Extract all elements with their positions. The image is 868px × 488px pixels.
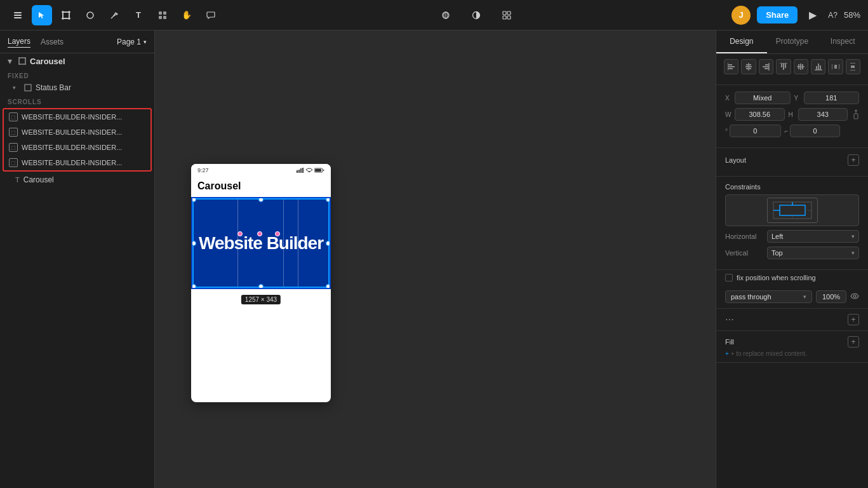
align-left-btn[interactable]: [724, 59, 738, 74]
layer-item-label-3: WEBSITE-BUILDER-INSIDER...: [22, 144, 122, 151]
svg-rect-57: [818, 64, 819, 70]
svg-rect-48: [781, 64, 782, 67]
svg-point-9: [116, 13, 118, 15]
layer-item-1[interactable]: ⬚ WEBSITE-BUILDER-INSIDER...: [4, 109, 150, 125]
phone-time: 9:27: [197, 167, 209, 173]
add-layer-btn[interactable]: +: [848, 314, 859, 325]
auto-label[interactable]: A?: [828, 11, 838, 20]
handle-br[interactable]: [326, 284, 331, 289]
comment-tool-btn[interactable]: [201, 5, 221, 25]
rotation-input[interactable]: 0: [730, 125, 781, 137]
tab-layers[interactable]: Layers: [8, 36, 30, 48]
handle-tl[interactable]: [191, 197, 196, 202]
fix-position-row[interactable]: fix position when scrolling: [716, 270, 868, 285]
handle-rm[interactable]: [326, 241, 331, 246]
handle-bm[interactable]: [258, 284, 264, 289]
x-input[interactable]: Mixed: [735, 92, 791, 104]
status-bar-item[interactable]: ▾ Status Bar: [0, 81, 154, 95]
svg-rect-62: [834, 65, 837, 69]
align-center-h-btn[interactable]: [741, 59, 756, 74]
distribute-v-btn[interactable]: [846, 59, 860, 74]
carousel-frame-label: Carousel: [30, 57, 65, 66]
align-bottom-btn[interactable]: [811, 59, 825, 74]
svg-rect-3: [63, 12, 69, 18]
layer-options-row: ⋯ +: [716, 309, 868, 331]
add-fill-btn[interactable]: +: [848, 336, 859, 348]
fill-replace-text: + to replace mixed content.: [731, 350, 807, 357]
blend-mode-select[interactable]: pass through ▾: [725, 290, 812, 303]
canvas-area[interactable]: Carousel 9:27 Carousel: [155, 30, 716, 488]
select-tool-btn[interactable]: [32, 5, 52, 25]
text-tool-btn[interactable]: T: [128, 5, 149, 25]
fix-position-checkbox[interactable]: [725, 274, 733, 281]
corner-field: ⌐ 0: [785, 125, 841, 137]
h-constraint-select[interactable]: Left ▾: [767, 230, 859, 243]
lock-aspect-btn[interactable]: [853, 109, 859, 120]
layer-carousel-frame[interactable]: ▾ Carousel: [0, 53, 154, 69]
tab-inspect[interactable]: Inspect: [817, 30, 868, 53]
svg-point-32: [309, 171, 310, 172]
contrast-icon-btn[interactable]: [466, 5, 486, 25]
page-chevron-icon: ▾: [144, 39, 147, 45]
fill-header-row: Fill +: [725, 336, 859, 348]
align-right-btn[interactable]: [759, 59, 773, 74]
page-selector[interactable]: Page 1 ▾: [117, 37, 147, 46]
h-input[interactable]: 343: [798, 108, 848, 121]
align-section: [716, 54, 868, 85]
handle-tm[interactable]: [258, 197, 264, 202]
svg-point-8: [87, 12, 93, 18]
tab-assets[interactable]: Assets: [41, 36, 63, 48]
share-button[interactable]: Share: [757, 6, 798, 24]
x-field: X Mixed: [725, 92, 791, 104]
svg-rect-66: [854, 114, 858, 119]
align-top-btn[interactable]: [776, 59, 791, 74]
visibility-icon[interactable]: [850, 292, 859, 301]
component-icon-btn[interactable]: [497, 5, 517, 25]
handle-bl[interactable]: [191, 284, 196, 289]
align-middle-btn[interactable]: [794, 59, 808, 74]
right-panel-tabs: Design Prototype Inspect: [716, 30, 868, 54]
zoom-level[interactable]: 58%: [844, 10, 860, 20]
corner-input[interactable]: 0: [790, 125, 840, 137]
hand-tool-btn[interactable]: ✋: [177, 5, 197, 25]
distribute-h-btn[interactable]: [828, 59, 843, 74]
size-badge: 1257 × 343: [241, 295, 281, 304]
layer-item-3[interactable]: ⬚ WEBSITE-BUILDER-INSIDER...: [4, 140, 150, 155]
rotation-field: ° 0: [725, 125, 781, 137]
fill-replace-link[interactable]: +: [725, 350, 729, 357]
text-layer-item[interactable]: T Carousel: [0, 173, 154, 187]
tab-prototype[interactable]: Prototype: [767, 30, 818, 53]
text-layer-label: Carousel: [23, 175, 54, 184]
handle-lm[interactable]: [191, 241, 196, 246]
status-bar-frame-icon: [24, 84, 32, 92]
svg-rect-68: [780, 205, 805, 215]
tab-design[interactable]: Design: [716, 30, 767, 53]
y-input[interactable]: 181: [804, 92, 860, 104]
h-constraint-label: Horizontal: [725, 233, 763, 240]
page-label: Page 1: [117, 37, 141, 46]
layer-item-2[interactable]: ⬚ WEBSITE-BUILDER-INSIDER...: [4, 125, 150, 140]
v-constraint-select[interactable]: Top ▾: [767, 247, 859, 259]
svg-rect-38: [728, 68, 733, 69]
component-tool-btn[interactable]: [152, 5, 173, 25]
svg-rect-29: [298, 170, 300, 173]
handle-tr[interactable]: [326, 197, 331, 202]
layout-label: Layout: [725, 156, 746, 164]
w-input[interactable]: 308.56: [735, 108, 785, 121]
user-avatar[interactable]: J: [731, 6, 751, 25]
play-button[interactable]: ▶: [804, 6, 822, 24]
svg-rect-35: [323, 170, 324, 171]
status-bar-label: Status Bar: [36, 83, 71, 92]
grid-icon-btn[interactable]: [436, 5, 456, 25]
layer-img-icon-2: ⬚: [9, 128, 18, 137]
shape-tool-btn[interactable]: [80, 5, 100, 25]
pen-tool-btn[interactable]: [104, 5, 124, 25]
svg-rect-49: [783, 64, 784, 70]
layer-dots-icon[interactable]: ⋯: [725, 315, 734, 325]
opacity-input[interactable]: 100%: [816, 290, 846, 303]
w-field: W 308.56: [725, 108, 785, 121]
layer-item-4[interactable]: ⬚ WEBSITE-BUILDER-INSIDER...: [4, 155, 150, 170]
menu-tool-btn[interactable]: [8, 5, 28, 25]
add-layout-btn[interactable]: +: [848, 154, 859, 166]
frame-tool-btn[interactable]: [56, 5, 76, 25]
